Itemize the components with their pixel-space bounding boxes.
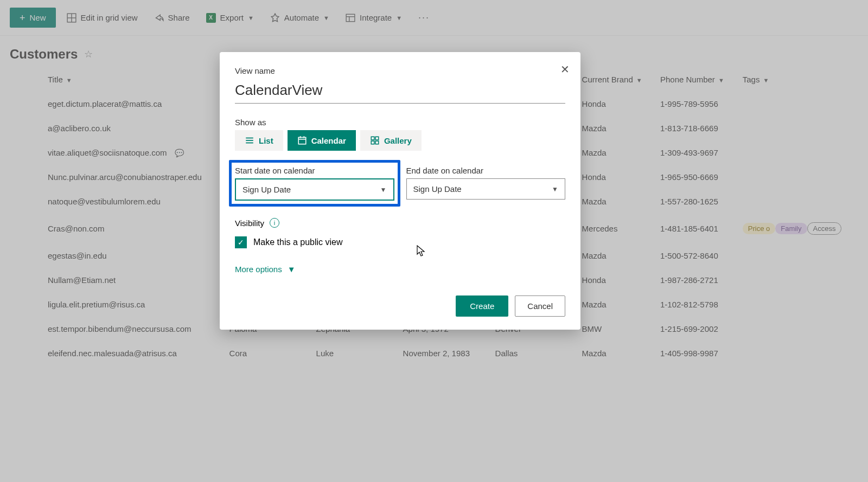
show-as-label: Show as — [235, 118, 565, 127]
public-view-checkbox[interactable]: ✓ — [235, 236, 247, 248]
end-date-select[interactable]: Sign Up Date ▼ — [406, 178, 566, 200]
create-button[interactable]: Create — [456, 295, 508, 317]
public-view-label: Make this a public view — [253, 237, 343, 247]
end-date-label: End date on calendar — [406, 166, 566, 175]
list-icon — [245, 136, 254, 145]
chevron-down-icon: ▼ — [288, 265, 296, 274]
info-icon[interactable]: i — [270, 218, 279, 228]
chevron-down-icon: ▼ — [552, 185, 558, 193]
svg-rect-9 — [298, 137, 306, 144]
more-options-toggle[interactable]: More options ▼ — [235, 265, 565, 274]
gallery-icon — [370, 136, 380, 145]
svg-rect-14 — [375, 137, 379, 140]
svg-rect-13 — [371, 137, 374, 140]
start-date-highlight: Start date on calendar Sign Up Date ▼ — [229, 160, 400, 207]
svg-rect-16 — [375, 141, 379, 144]
view-name-input[interactable] — [235, 79, 565, 104]
cancel-button[interactable]: Cancel — [515, 295, 565, 317]
start-date-select[interactable]: Sign Up Date ▼ — [235, 178, 394, 201]
close-icon: ✕ — [560, 63, 570, 75]
chevron-down-icon: ▼ — [380, 186, 387, 194]
close-button[interactable]: ✕ — [560, 63, 570, 76]
calendar-icon — [297, 136, 307, 145]
show-as-gallery-button[interactable]: Gallery — [360, 130, 422, 151]
check-icon: ✓ — [238, 238, 244, 247]
view-name-label: View name — [235, 66, 565, 75]
visibility-label: Visibility — [235, 218, 264, 228]
svg-rect-15 — [371, 141, 374, 144]
show-as-list-button[interactable]: List — [235, 130, 283, 151]
create-view-dialog: ✕ View name Show as List Calendar Galler… — [220, 52, 580, 330]
start-date-label: Start date on calendar — [235, 166, 394, 175]
show-as-calendar-button[interactable]: Calendar — [288, 130, 356, 151]
